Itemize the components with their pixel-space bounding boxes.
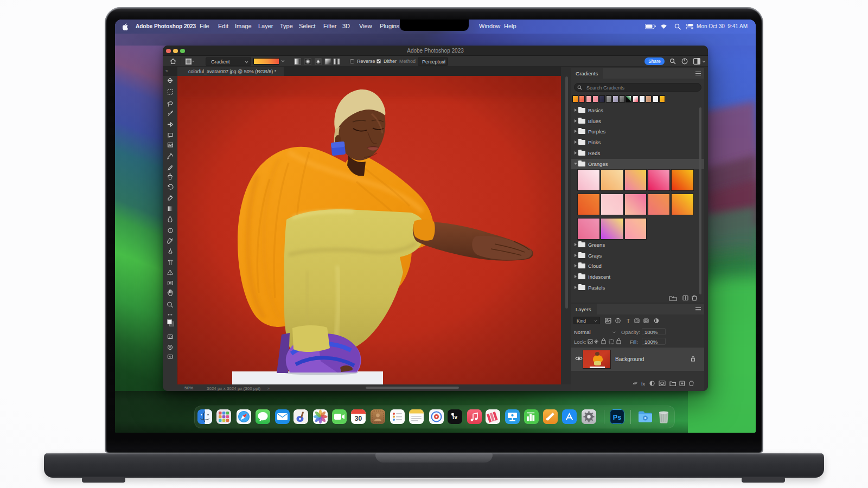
svg-text:fx: fx <box>641 381 646 387</box>
svg-text:T: T <box>627 318 630 324</box>
svg-text:30: 30 <box>354 415 362 422</box>
svg-text:Ps: Ps <box>612 414 621 421</box>
